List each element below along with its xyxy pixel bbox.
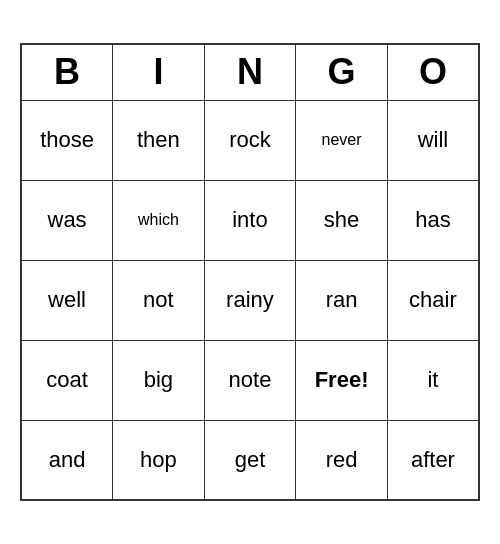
bingo-cell-3-0: coat	[21, 340, 113, 420]
bingo-cell-1-1: which	[113, 180, 205, 260]
header-cell-n: N	[204, 44, 296, 100]
bingo-cell-3-3: Free!	[296, 340, 388, 420]
header-cell-b: B	[21, 44, 113, 100]
bingo-cell-1-4: has	[387, 180, 479, 260]
bingo-cell-1-3: she	[296, 180, 388, 260]
bingo-cell-2-3: ran	[296, 260, 388, 340]
bingo-cell-0-3: never	[296, 100, 388, 180]
bingo-cell-2-1: not	[113, 260, 205, 340]
bingo-cell-2-4: chair	[387, 260, 479, 340]
bingo-cell-4-2: get	[204, 420, 296, 500]
bingo-cell-4-0: and	[21, 420, 113, 500]
bingo-cell-0-2: rock	[204, 100, 296, 180]
bingo-cell-0-1: then	[113, 100, 205, 180]
bingo-cell-4-3: red	[296, 420, 388, 500]
bingo-cell-2-2: rainy	[204, 260, 296, 340]
bingo-cell-3-1: big	[113, 340, 205, 420]
bingo-row-4: andhopgetredafter	[21, 420, 479, 500]
bingo-cell-0-4: will	[387, 100, 479, 180]
bingo-row-2: wellnotrainyranchair	[21, 260, 479, 340]
bingo-cell-1-2: into	[204, 180, 296, 260]
bingo-cell-4-4: after	[387, 420, 479, 500]
bingo-row-3: coatbignoteFree!it	[21, 340, 479, 420]
bingo-cell-3-2: note	[204, 340, 296, 420]
bingo-cell-0-0: those	[21, 100, 113, 180]
bingo-cell-2-0: well	[21, 260, 113, 340]
bingo-header-row: BINGO	[21, 44, 479, 100]
bingo-cell-1-0: was	[21, 180, 113, 260]
bingo-card: BINGO thosethenrockneverwillwaswhichinto…	[20, 43, 480, 501]
bingo-cell-4-1: hop	[113, 420, 205, 500]
header-cell-i: I	[113, 44, 205, 100]
header-cell-o: O	[387, 44, 479, 100]
bingo-cell-3-4: it	[387, 340, 479, 420]
header-cell-g: G	[296, 44, 388, 100]
bingo-row-1: waswhichintoshehas	[21, 180, 479, 260]
bingo-row-0: thosethenrockneverwill	[21, 100, 479, 180]
